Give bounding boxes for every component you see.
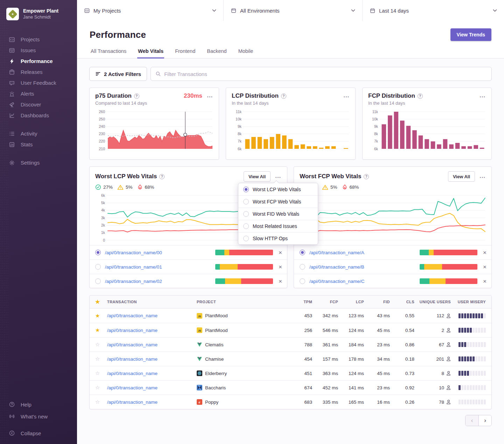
sidebar-item-help[interactable]: Help — [0, 398, 77, 410]
project-selector-icon — [84, 8, 90, 14]
dropdown-option-worst-fcp[interactable]: Worst FCP Web Vitals — [238, 195, 318, 208]
dropdown-option-worst-fid[interactable]: Worst FID Web Vitals — [238, 208, 318, 220]
badge-value: 5% — [330, 185, 337, 190]
sidebar-item-stats[interactable]: Stats — [0, 139, 77, 150]
star-icon[interactable] — [95, 327, 107, 333]
radio-button[interactable] — [300, 264, 305, 270]
close-icon[interactable] — [483, 264, 486, 270]
user-misery-bar — [451, 371, 486, 376]
overflow-menu-icon[interactable] — [207, 93, 213, 99]
help-icon[interactable]: ? — [281, 93, 286, 99]
sidebar-item-alerts[interactable]: Alerts — [0, 88, 77, 99]
radio-button[interactable] — [300, 278, 305, 284]
tab-web-vitals[interactable]: Web Vitals — [137, 47, 164, 58]
sidebar-item-user-feedback[interactable]: User Feedback — [0, 77, 77, 88]
stats-icon — [8, 141, 15, 148]
org-logo: ✦ — [6, 8, 19, 20]
star-icon[interactable] — [95, 341, 107, 348]
radio-button[interactable] — [300, 250, 305, 255]
transaction-link[interactable]: /api/0/transaction_name/B — [309, 264, 364, 270]
radio-button[interactable] — [95, 264, 101, 270]
star-icon[interactable] — [95, 313, 107, 319]
sidebar-item-collapse[interactable]: Collapse — [0, 427, 77, 439]
table-row: /api/0/transaction_nameJSPlantMood453342… — [90, 308, 491, 323]
close-icon[interactable] — [279, 250, 282, 256]
fid-value: 43 ms — [364, 313, 390, 318]
vital-transaction-row: /api/0/transaction_name/B — [294, 259, 491, 274]
close-icon[interactable] — [279, 278, 282, 284]
view-trends-button[interactable]: View Trends — [450, 28, 491, 41]
card-title: LCP Distribution — [232, 92, 279, 99]
transaction-link[interactable]: /api/0/transaction_name/C — [309, 279, 365, 284]
overflow-menu-icon[interactable] — [480, 93, 486, 99]
help-icon[interactable]: ? — [134, 93, 139, 99]
close-icon[interactable] — [483, 250, 486, 256]
help-icon[interactable]: ? — [418, 93, 423, 99]
star-icon[interactable] — [95, 370, 107, 376]
transaction-link[interactable]: /api/0/transaction_name — [107, 313, 197, 318]
table-row: /api/0/transaction_nameBaccharis674452 m… — [90, 380, 491, 395]
tab-mobile[interactable]: Mobile — [238, 47, 254, 58]
transaction-link[interactable]: /api/0/transaction_name — [107, 356, 197, 362]
transaction-link[interactable]: /api/0/transaction_name — [107, 328, 197, 333]
sidebar-item-dashboards[interactable]: Dashboards — [0, 110, 77, 121]
transaction-link[interactable]: /api/0/transaction_name — [107, 342, 197, 347]
tab-frontend[interactable]: Frontend — [174, 47, 196, 58]
tab-backend[interactable]: Backend — [206, 47, 227, 58]
sidebar-item-issues[interactable]: Issues — [0, 45, 77, 56]
star-icon[interactable] — [95, 384, 107, 391]
overflow-menu-icon[interactable] — [480, 174, 486, 179]
view-all-button[interactable]: View All — [448, 171, 475, 182]
transaction-link[interactable]: /api/0/transaction_name/02 — [105, 279, 162, 284]
date-range-label: Last 14 days — [379, 8, 409, 14]
svg-text:8k: 8k — [374, 132, 378, 136]
dropdown-option-most-related-issues[interactable]: Most Related Issues — [238, 220, 318, 232]
transaction-link[interactable]: /api/0/transaction_name/01 — [105, 264, 162, 270]
transaction-link[interactable]: /api/0/transaction_name/00 — [105, 250, 162, 255]
org-user: Jane Schmidt — [23, 14, 58, 20]
dropdown-option-slow-http-ops[interactable]: Slow HTTP Ops — [238, 232, 318, 244]
svg-text:260: 260 — [99, 110, 105, 114]
transaction-link[interactable]: /api/0/transaction_name — [107, 385, 197, 390]
transaction-link[interactable]: /api/0/transaction_name — [107, 371, 197, 376]
search-input[interactable] — [164, 71, 487, 77]
overflow-menu-icon[interactable] — [275, 174, 281, 179]
date-range-selector[interactable]: Last 14 days — [362, 0, 504, 21]
star-icon[interactable] — [95, 356, 107, 362]
radio-button[interactable] — [95, 278, 101, 284]
sidebar-item-discover[interactable]: Discover — [0, 99, 77, 110]
transaction-link[interactable]: /api/0/transaction_name/A — [309, 250, 364, 255]
p75-duration-chart: 260250240230220210 — [95, 110, 213, 151]
help-icon[interactable]: ? — [159, 174, 164, 179]
platform-ember-icon: e — [197, 399, 202, 405]
sidebar-item-label: Stats — [21, 141, 33, 147]
dropdown-option-worst-lcp[interactable]: Worst LCP Web Vitals — [238, 183, 318, 195]
view-all-button[interactable]: View All — [244, 171, 271, 182]
sidebar-item-label: Releases — [21, 69, 43, 75]
previous-page-button[interactable] — [465, 415, 478, 426]
project-selector[interactable]: My Projects — [77, 0, 223, 21]
sidebar-item-activity[interactable]: Activity — [0, 128, 77, 139]
sidebar-item-settings[interactable]: Settings — [0, 157, 77, 168]
environment-selector[interactable]: All Environments — [223, 0, 362, 21]
sidebar-item-projects[interactable]: Projects — [0, 34, 77, 45]
next-page-button[interactable] — [478, 415, 491, 426]
org-switcher[interactable]: ✦ Empower Plant Jane Schmidt — [0, 6, 77, 22]
close-icon[interactable] — [483, 278, 486, 284]
tab-all-transactions[interactable]: All Transactions — [90, 47, 127, 58]
svg-text:4k: 4k — [101, 208, 105, 212]
transaction-link[interactable]: /api/0/transaction_name — [107, 400, 197, 405]
radio-button[interactable] — [95, 250, 101, 255]
active-filters-button[interactable]: 2 Active Filters — [89, 67, 147, 81]
environment-selector-icon — [231, 8, 237, 14]
sidebar-item-releases[interactable]: Releases — [0, 67, 77, 77]
help-icon[interactable]: ? — [364, 174, 369, 179]
sidebar-item-whats-new[interactable]: What's new — [0, 410, 77, 422]
overflow-menu-icon[interactable] — [344, 93, 350, 99]
fcp-value: 363 ms — [312, 371, 338, 376]
chevron-down-icon — [493, 9, 497, 12]
sidebar-item-performance[interactable]: Performance — [0, 56, 77, 67]
close-icon[interactable] — [279, 264, 282, 270]
star-icon[interactable] — [95, 399, 107, 405]
table-header: TRANSACTION PROJECT TPM FCP LCP FID CLS … — [90, 296, 491, 308]
